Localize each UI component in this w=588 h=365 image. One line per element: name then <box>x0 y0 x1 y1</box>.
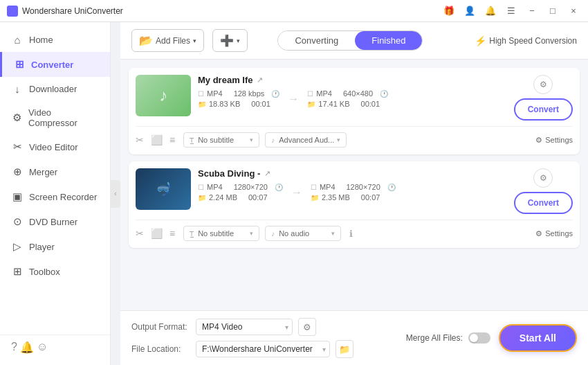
settings-gear-1[interactable]: ⚙ <box>533 75 553 94</box>
downloader-icon: ↓ <box>11 83 24 95</box>
merge-toggle[interactable] <box>468 332 490 344</box>
convert-area-2: ⚙ Convert <box>514 168 573 214</box>
subtitle-dropdown-1[interactable]: T̲ No subtitle ▾ <box>183 132 259 148</box>
output-format-select[interactable]: MP4 Video AVI Video MOV Video MP3 Audio <box>196 319 293 335</box>
target-specs-1: ☐ MP4 640×480 🕐 📁 17.41 KB 00:01 <box>307 89 388 108</box>
source-quality-2: 1280×720 <box>234 183 268 191</box>
browse-folder-icon[interactable]: 📁 <box>336 340 353 358</box>
toggle-dot <box>470 334 478 342</box>
add-more-icon: ➕ <box>220 34 234 47</box>
sidebar-item-toolbox[interactable]: ⊞ Toolbox <box>0 259 110 284</box>
thumbnail-2: 🤿 <box>136 168 191 210</box>
cut-icon-2[interactable]: ✂ <box>136 228 144 239</box>
media-specs-1: ☐ MP4 128 kbps 🕐 📁 18.83 KB 00:01 <box>198 89 507 108</box>
subtitle-chevron-2: ▾ <box>250 230 253 237</box>
convert-button-2[interactable]: Convert <box>514 192 573 214</box>
converting-tab[interactable]: Converting <box>278 31 355 50</box>
media-info-2: Scuba Diving - ↗ ☐ MP4 1280×720 🕐 <box>198 168 507 202</box>
sidebar-label-video-compressor: Video Compressor <box>28 107 99 128</box>
notifications-icon[interactable]: 🔔 <box>20 341 34 354</box>
clock-icon-1a: 🕐 <box>271 90 279 98</box>
app-title: Wondershare UniConverter <box>22 6 441 16</box>
sidebar-item-dvd-burner[interactable]: ⊙ DVD Burner <box>0 209 110 234</box>
add-files-chevron: ▾ <box>193 37 196 44</box>
user-icon[interactable]: 👤 <box>462 3 477 19</box>
close-button[interactable]: × <box>566 3 581 19</box>
settings-gear-icon-1: ⚙ <box>535 136 542 145</box>
sidebar-item-home[interactable]: ⌂ Home <box>0 28 110 52</box>
crop-icon-1[interactable]: ⬜ <box>151 134 163 145</box>
audio-dropdown-1[interactable]: ♪ Advanced Aud... ▾ <box>265 132 347 148</box>
gift-icon[interactable]: 🎁 <box>441 3 457 19</box>
file-location-select-wrapper: F:\Wondershare UniConverter <box>196 341 330 357</box>
maximize-button[interactable]: □ <box>545 3 560 19</box>
merge-row: Merge All Files: <box>406 332 490 344</box>
high-speed-conversion[interactable]: ⚡ High Speed Conversion <box>475 35 577 46</box>
file-location-select[interactable]: F:\Wondershare UniConverter <box>196 341 330 357</box>
source-specs-1: ☐ MP4 128 kbps 🕐 📁 18.83 KB 00:01 <box>198 89 279 108</box>
sidebar-item-video-editor[interactable]: ✂ Video Editor <box>0 134 110 159</box>
source-duration-2: 00:07 <box>248 193 268 202</box>
merger-icon: ⊕ <box>11 166 24 178</box>
sidebar-label-downloader: Downloader <box>29 84 77 94</box>
start-all-button[interactable]: Start All <box>499 324 577 352</box>
feedback-icon[interactable]: ☺ <box>37 341 48 354</box>
more-icon-1[interactable]: ≡ <box>169 134 175 145</box>
add-more-chevron: ▾ <box>237 37 240 44</box>
sidebar-collapse-button[interactable]: ‹ <box>111 180 120 208</box>
sidebar-label-merger: Merger <box>29 167 57 177</box>
finished-tab[interactable]: Finished <box>355 31 422 50</box>
sidebar: ⌂ Home ⊞ Converter ↓ Downloader ⚙ Video … <box>0 22 111 365</box>
target-size-1: 📁 17.41 KB 00:01 <box>307 100 388 108</box>
info-icon-2[interactable]: ℹ <box>349 229 353 239</box>
sidebar-item-converter[interactable]: ⊞ Converter <box>0 52 110 77</box>
target-format-1: ☐ MP4 640×480 🕐 <box>307 89 388 98</box>
help-icon[interactable]: ? <box>11 341 17 354</box>
convert-button-1[interactable]: Convert <box>514 98 573 121</box>
sidebar-footer: ? 🔔 ☺ <box>0 335 110 359</box>
source-specs-2: ☐ MP4 1280×720 🕐 📁 2.24 MB 00:07 <box>198 183 283 202</box>
bell-icon[interactable]: 🔔 <box>483 3 498 19</box>
audio-label-2: No audio <box>279 229 309 238</box>
dvd-burner-icon: ⊙ <box>11 215 24 228</box>
bottom-icons-2: ✂ ⬜ ≡ <box>136 228 175 239</box>
menu-icon[interactable]: ☰ <box>504 3 519 19</box>
more-icon-2[interactable]: ≡ <box>169 228 175 239</box>
subtitle-icon-1: T̲ <box>190 136 194 144</box>
settings-gear-2[interactable]: ⚙ <box>533 168 553 188</box>
external-link-icon-2[interactable]: ↗ <box>264 169 270 178</box>
source-quality-1: 128 kbps <box>234 89 265 98</box>
add-files-button[interactable]: 📂 Add Files ▾ <box>131 29 204 52</box>
sidebar-label-dvd-burner: DVD Burner <box>29 217 77 227</box>
crop-icon-2[interactable]: ⬜ <box>151 228 163 239</box>
subtitle-label-2: No subtitle <box>198 229 234 238</box>
sidebar-item-merger[interactable]: ⊕ Merger <box>0 159 110 184</box>
sidebar-item-video-compressor[interactable]: ⚙ Video Compressor <box>0 101 110 134</box>
audio-chevron-2: ▾ <box>331 230 335 237</box>
bottom-icons-1: ✂ ⬜ ≡ <box>136 134 175 145</box>
toolbox-icon: ⊞ <box>11 265 24 278</box>
checkbox-icon-2b: ☐ <box>311 184 317 191</box>
settings-gear-icon-2: ⚙ <box>535 229 542 238</box>
settings-button-1[interactable]: ⚙ Settings <box>535 136 573 145</box>
output-format-settings-icon[interactable]: ⚙ <box>298 318 316 336</box>
folder-icon-2a: 📁 <box>198 194 206 202</box>
external-link-icon-1[interactable]: ↗ <box>257 75 263 84</box>
subtitle-dropdown-2[interactable]: T̲ No subtitle ▾ <box>183 226 259 241</box>
sidebar-item-player[interactable]: ▷ Player <box>0 234 110 259</box>
minimize-button[interactable]: − <box>524 3 540 19</box>
file-location-field: File Location: F:\Wondershare UniConvert… <box>131 340 398 358</box>
media-title-text-2: Scuba Diving - <box>198 168 260 179</box>
sidebar-item-downloader[interactable]: ↓ Downloader <box>0 77 110 101</box>
titlebar-controls: 🎁 👤 🔔 ☰ − □ × <box>441 3 581 19</box>
target-format-2: ☐ MP4 1280×720 🕐 <box>311 183 396 191</box>
audio-dropdown-2[interactable]: ♪ No audio ▾ <box>265 226 341 241</box>
sidebar-item-screen-recorder[interactable]: ▣ Screen Recorder <box>0 184 110 209</box>
media-card-1-top: ♪ My dream Ife ↗ ☐ MP4 12 <box>136 75 573 121</box>
settings-button-2[interactable]: ⚙ Settings <box>535 229 573 238</box>
cut-icon-1[interactable]: ✂ <box>136 134 144 145</box>
add-more-button[interactable]: ➕ ▾ <box>212 29 248 52</box>
source-size-1: 📁 18.83 KB 00:01 <box>198 100 279 108</box>
sidebar-label-toolbox: Toolbox <box>29 267 60 277</box>
subtitle-icon-2: T̲ <box>190 230 194 238</box>
